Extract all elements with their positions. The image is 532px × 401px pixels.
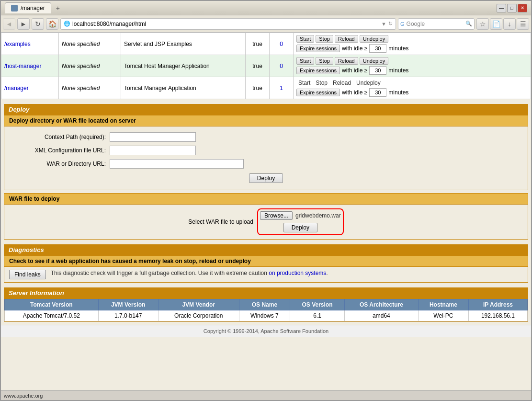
server-info-table: Tomcat Version JVM Version JVM Vendor OS… [4, 299, 528, 321]
browser-tab[interactable]: /manager [5, 2, 51, 13]
diagnostics-text: This diagnostic check will trigger a ful… [51, 270, 328, 276]
app-desc-manager: Tomcat Manager Application [121, 77, 246, 99]
stop-btn-examples[interactable]: Stop [316, 35, 333, 43]
expire-btn-manager[interactable]: Expire sessions [296, 89, 340, 96]
diag-period: . [326, 270, 328, 276]
deploy-title: Deploy [9, 106, 29, 113]
idle-input-examples[interactable] [369, 44, 386, 53]
minutes-label2: minutes [388, 67, 408, 74]
th-tomcat-version: Tomcat Version [5, 299, 99, 310]
app-sessions-examples[interactable]: 0 [280, 41, 283, 47]
reload-icon[interactable]: ↻ [388, 21, 393, 27]
with-idle-label2: with idle ≥ [342, 67, 367, 74]
bookmark-star-button[interactable]: ☆ [476, 18, 489, 30]
reload-btn-hostmanager[interactable]: Reload [335, 57, 358, 65]
start-btn-hostmanager[interactable]: Start [296, 57, 314, 65]
idle-input-hostmanager[interactable] [369, 66, 386, 75]
app-version-hostmanager: None specified [59, 55, 121, 77]
search-bar[interactable]: G Google 🔍 [398, 18, 475, 30]
diagnostics-content: Find leaks This diagnostic check will tr… [4, 267, 528, 282]
undeploy-text-manager: Undeploy [354, 79, 383, 87]
xml-config-row: XML Configuration file URL: [4, 144, 528, 157]
app-running-examples: true [246, 33, 270, 55]
war-deploy-button[interactable]: Deploy [283, 223, 317, 232]
home-button[interactable]: 🏠 [46, 18, 58, 30]
server-info-title: Server Information [9, 289, 64, 297]
page-footer: Copyright © 1999-2014, Apache Software F… [1, 325, 531, 337]
download-button[interactable]: ↓ [503, 18, 516, 30]
th-ip-address: IP Address [468, 299, 527, 310]
search-button[interactable]: 🔍 [465, 21, 472, 27]
google-icon: G [400, 21, 405, 27]
diag-description: This diagnostic check will trigger a ful… [51, 270, 267, 276]
server-table-header-row: Tomcat Version JVM Version JVM Vendor OS… [5, 299, 528, 310]
war-select-label: Select WAR file to upload [188, 218, 253, 225]
browse-row: Browse... gridwebdemo.war [260, 211, 341, 220]
tab-title: /manager [21, 5, 45, 11]
find-leaks-button[interactable]: Find leaks [9, 270, 46, 279]
minimize-button[interactable]: — [497, 4, 506, 12]
close-button[interactable]: ✕ [518, 4, 527, 12]
war-upload-highlight: Browse... gridwebdemo.war Deploy [257, 208, 344, 235]
diagnostics-header: Diagnostics [4, 244, 528, 255]
idle-input-manager[interactable] [369, 88, 386, 97]
reload-text-manager: Reload [331, 79, 353, 87]
app-sessions-hostmanager[interactable]: 0 [280, 63, 283, 69]
new-tab-button[interactable]: + [51, 2, 65, 14]
expire-btn-hostmanager[interactable]: Expire sessions [296, 67, 340, 74]
back-button[interactable]: ◄ [3, 18, 15, 30]
context-path-input[interactable] [110, 132, 196, 142]
deploy-button[interactable]: Deploy [249, 173, 283, 183]
title-bar: /manager + — □ ✕ [1, 1, 531, 15]
diagnostics-section: Diagnostics Check to see if a web applic… [4, 244, 528, 283]
reload-btn-examples[interactable]: Reload [335, 35, 358, 43]
with-idle-label3: with idle ≥ [342, 89, 367, 96]
war-dir-input[interactable] [110, 159, 244, 169]
forward-button[interactable]: ► [17, 18, 30, 30]
start-btn-examples[interactable]: Start [296, 35, 314, 43]
deploy-section: Deploy Deploy directory or WAR file loca… [4, 104, 528, 190]
address-bar[interactable]: 🌐 localhost:8080/manager/html ▼ ↻ [60, 18, 396, 30]
os-name-value: Windows 7 [239, 310, 290, 321]
table-row: /examples None specified Servlet and JSP… [1, 33, 531, 55]
production-systems-link[interactable]: on production systems [269, 270, 326, 276]
war-dir-label: WAR or Directory URL: [14, 160, 110, 167]
address-icons: ▼ ↻ [381, 21, 393, 27]
stop-text-manager: Stop [314, 79, 329, 87]
diagnostics-subheader: Check to see if a web application has ca… [4, 256, 528, 267]
os-version-value: 6.1 [290, 310, 345, 321]
browse-button[interactable]: Browse... [260, 211, 293, 220]
stop-btn-hostmanager[interactable]: Stop [316, 57, 333, 65]
war-deploy-btn-row: Deploy [260, 223, 341, 232]
app-link-hostmanager[interactable]: /host-manager [4, 63, 41, 69]
expire-btn-examples[interactable]: Expire sessions [296, 45, 340, 52]
undeploy-btn-hostmanager[interactable]: Undeploy [360, 57, 388, 65]
deploy-header: Deploy [4, 104, 528, 115]
server-info-section: Server Information Tomcat Version JVM Ve… [4, 287, 528, 322]
war-upload-row: Select WAR file to upload Browse... grid… [8, 208, 524, 235]
app-link-manager[interactable]: /manager [4, 85, 29, 92]
jvm-vendor-value: Oracle Corporation [158, 310, 239, 321]
app-sessions-manager[interactable]: 1 [280, 85, 283, 92]
refresh-button[interactable]: ↻ [32, 18, 44, 30]
app-desc-hostmanager: Tomcat Host Manager Application [121, 55, 246, 77]
hostname-value: Wel-PC [418, 310, 468, 321]
maximize-button[interactable]: □ [507, 4, 517, 12]
xml-config-label: XML Configuration file URL: [14, 147, 110, 154]
app-link-examples[interactable]: /examples [4, 41, 31, 47]
bookmark-list-button[interactable]: 📄 [490, 18, 502, 30]
undeploy-btn-examples[interactable]: Undeploy [360, 35, 388, 43]
dropdown-icon[interactable]: ▼ [381, 21, 386, 27]
url-text: localhost:8080/manager/html [72, 21, 379, 27]
minutes-label3: minutes [388, 89, 408, 96]
lock-icon: 🌐 [64, 21, 70, 27]
table-row: /host-manager None specified Tomcat Host… [1, 55, 531, 77]
tomcat-version-value: Apache Tomcat/7.0.52 [5, 310, 99, 321]
th-os-version: OS Version [290, 299, 345, 310]
applications-table: /examples None specified Servlet and JSP… [1, 33, 531, 99]
war-upload-section: WAR file to deploy Select WAR file to up… [4, 193, 528, 240]
xml-config-input[interactable] [110, 146, 196, 155]
th-os-name: OS Name [239, 299, 290, 310]
th-jvm-version: JVM Version [98, 299, 158, 310]
settings-button[interactable]: ☰ [517, 18, 529, 30]
